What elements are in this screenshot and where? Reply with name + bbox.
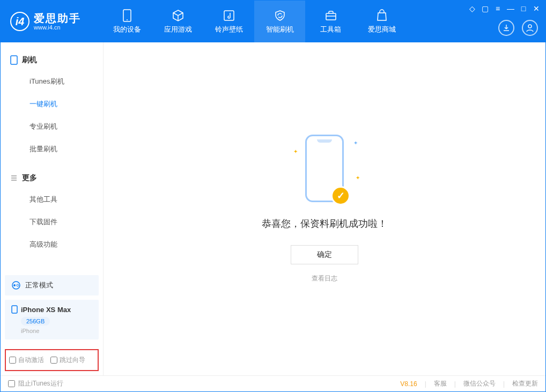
success-illustration: ✓ ✦ ✦ ✦ (305, 135, 344, 202)
refresh-shield-icon (273, 9, 287, 23)
svg-point-7 (13, 284, 16, 286)
sidebar: 刷机 iTunes刷机 一键刷机 专业刷机 批量刷机 更多 其他工具 下载固件 … (1, 42, 104, 375)
toolbox-icon (324, 9, 338, 23)
svg-point-8 (17, 284, 19, 286)
svg-point-4 (528, 25, 532, 28)
svg-rect-2 (224, 11, 234, 20)
footer-link-wechat[interactable]: 微信公众号 (463, 379, 496, 388)
status-bar: 阻止iTunes运行 V8.16 | 客服 | 微信公众号 | 检查更新 (1, 375, 545, 391)
auto-activate-checkbox[interactable]: 自动激活 (9, 356, 44, 365)
sidebar-item-download-firmware[interactable]: 下载固件 (1, 211, 103, 233)
nav-label: 铃声壁纸 (215, 25, 243, 34)
device-storage-badge: 256GB (21, 317, 50, 326)
cube-icon (171, 9, 185, 23)
nav-store[interactable]: 爱思商城 (356, 1, 407, 42)
app-header: i4 爱思助手 www.i4.cn 我的设备 应用游戏 铃声壁纸 智能刷机 工具… (1, 1, 545, 42)
logo-icon: i4 (10, 12, 29, 31)
nav-label: 智能刷机 (266, 25, 294, 34)
music-icon (222, 9, 236, 23)
success-message: 恭喜您，保资料刷机成功啦！ (262, 217, 387, 230)
footer-link-update[interactable]: 检查更新 (512, 379, 538, 388)
main-content: ✓ ✦ ✦ ✦ 恭喜您，保资料刷机成功啦！ 确定 查看日志 (104, 42, 545, 375)
phone-small-icon (11, 305, 18, 314)
block-itunes-label: 阻止iTunes运行 (18, 379, 63, 388)
sidebar-section-title: 刷机 (22, 55, 37, 65)
sidebar-item-itunes-flash[interactable]: iTunes刷机 (1, 70, 103, 93)
device-icon (10, 55, 18, 65)
version-label: V8.16 (400, 380, 417, 388)
tshirt-icon[interactable]: ◇ (467, 4, 477, 13)
sidebar-section-flash: 刷机 (1, 52, 103, 70)
sparkle-icon: ✦ (353, 140, 358, 146)
sidebar-section-title: 更多 (22, 173, 37, 183)
nav-my-device[interactable]: 我的设备 (101, 1, 152, 42)
device-type-label: iPhone (21, 328, 92, 334)
sidebar-section-more: 更多 (1, 170, 103, 188)
app-title: 爱思助手 (34, 12, 81, 24)
minimize-button[interactable]: — (506, 4, 515, 13)
auto-activate-label: 自动激活 (18, 356, 44, 365)
app-subtitle: www.i4.cn (34, 24, 81, 31)
mode-indicator[interactable]: 正常模式 (5, 275, 99, 295)
sidebar-item-advanced[interactable]: 高级功能 (1, 233, 103, 256)
nav-toolbox[interactable]: 工具箱 (305, 1, 356, 42)
device-info[interactable]: iPhone XS Max 256GB iPhone (5, 300, 99, 339)
main-nav: 我的设备 应用游戏 铃声壁纸 智能刷机 工具箱 爱思商城 (101, 1, 407, 42)
sidebar-item-oneclick-flash[interactable]: 一键刷机 (1, 93, 103, 115)
ok-button[interactable]: 确定 (291, 245, 358, 264)
nav-label: 工具箱 (320, 25, 341, 34)
nav-label: 应用游戏 (164, 25, 192, 34)
footer-link-support[interactable]: 客服 (434, 379, 447, 388)
maximize-button[interactable]: □ (519, 4, 528, 13)
mode-label: 正常模式 (25, 280, 53, 290)
sparkle-icon: ✦ (293, 149, 298, 154)
skip-wizard-label: 跳过向导 (60, 356, 85, 365)
sidebar-item-batch-flash[interactable]: 批量刷机 (1, 138, 103, 160)
list-icon (10, 174, 18, 182)
user-button[interactable] (522, 20, 538, 36)
menu-icon[interactable]: ≡ (493, 4, 503, 13)
close-button[interactable]: ✕ (532, 4, 541, 13)
phone-icon (120, 9, 134, 23)
skip-wizard-checkbox[interactable]: 跳过向导 (50, 356, 85, 365)
app-logo: i4 爱思助手 www.i4.cn (1, 12, 91, 31)
sidebar-item-other-tools[interactable]: 其他工具 (1, 188, 103, 211)
nav-label: 我的设备 (113, 25, 141, 34)
block-itunes-checkbox[interactable]: 阻止iTunes运行 (8, 379, 63, 388)
view-log-link[interactable]: 查看日志 (312, 274, 337, 283)
sparkle-icon: ✦ (356, 175, 360, 181)
mode-icon (11, 280, 21, 290)
flash-options-highlight: 自动激活 跳过向导 (5, 349, 99, 371)
header-actions (498, 20, 538, 36)
svg-rect-5 (11, 56, 17, 64)
nav-apps-games[interactable]: 应用游戏 (152, 1, 203, 42)
nav-smart-flash[interactable]: 智能刷机 (254, 1, 305, 42)
download-button[interactable] (498, 20, 514, 36)
window-controls: ◇ ▢ ≡ — □ ✕ (467, 4, 541, 13)
nav-ringtones[interactable]: 铃声壁纸 (203, 1, 254, 42)
device-name-label: iPhone XS Max (21, 306, 71, 314)
nav-label: 爱思商城 (368, 25, 396, 34)
svg-point-1 (127, 19, 128, 20)
bag-icon (375, 9, 389, 23)
svg-rect-3 (326, 13, 336, 20)
sidebar-item-pro-flash[interactable]: 专业刷机 (1, 115, 103, 138)
check-badge-icon: ✓ (331, 186, 350, 205)
svg-rect-9 (12, 306, 17, 313)
feedback-icon[interactable]: ▢ (480, 4, 490, 13)
